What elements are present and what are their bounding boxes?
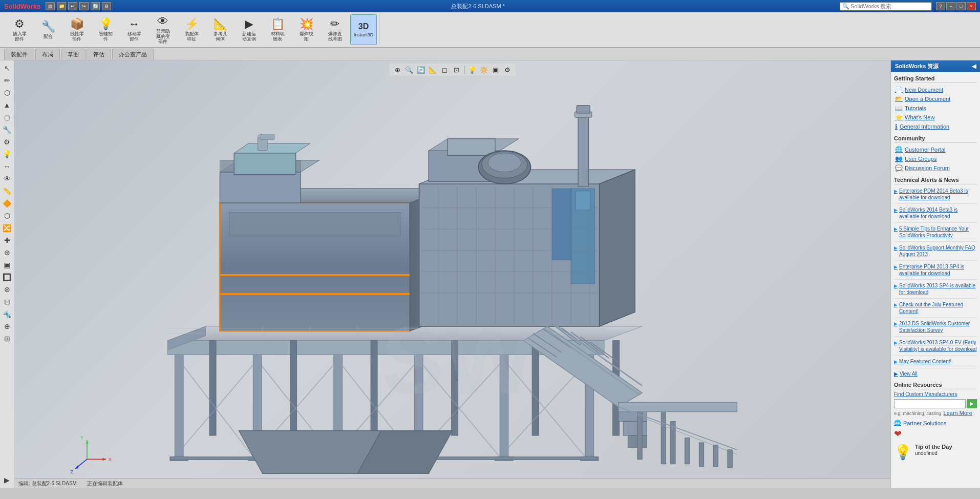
insert-parts-btn[interactable]: ⚙ 插入零部件: [6, 14, 33, 45]
manufacturers-search-btn[interactable]: ▶: [967, 399, 977, 408]
getting-started-title: Getting Started: [894, 75, 977, 83]
tool-cross[interactable]: ✚: [2, 235, 13, 246]
tab-assembly[interactable]: 装配件: [4, 49, 34, 60]
panel-collapse-btn[interactable]: ◀: [972, 63, 976, 70]
partner-solutions-link[interactable]: 🌐 Partner Solutions: [894, 420, 977, 426]
maximize-btn[interactable]: □: [956, 2, 966, 10]
new-motion-btn[interactable]: ▶ 新建运动算例: [236, 14, 262, 45]
tab-sketch[interactable]: 草图: [61, 49, 86, 60]
main-area: ↖ ✏ ⬡ ▲ ◻ 🔧 ⚙ 💡 ↔ 👁 📏 🔶 ⬡ 🔀 ✚ ⊕ ▣ 🔲 ⊛ ⊡ …: [0, 60, 980, 488]
user-groups-link[interactable]: 👥 User Groups: [894, 154, 977, 163]
manufacturers-search-input[interactable]: [894, 399, 966, 408]
svg-rect-40: [220, 274, 410, 276]
bom-btn[interactable]: 📋 材料明细表: [264, 14, 291, 45]
viewport[interactable]: ⊕ 🔍 🔄 📐 ◻ ⊡ 💡 🔆 ▣ ⚙: [14, 60, 890, 488]
news-divider-10: [894, 368, 977, 368]
news-item-6[interactable]: ▶ SolidWorks 2013 SP4 is available for d…: [894, 281, 977, 297]
news-item-8[interactable]: ▶ 2013 DS SolidWorks Customer Satisfacti…: [894, 319, 977, 335]
tool-grid[interactable]: ▣: [2, 259, 13, 271]
learn-more-link[interactable]: Learn More: [943, 409, 973, 417]
tool-shape[interactable]: ⬡: [2, 87, 13, 98]
news-arrow-8: ▶: [894, 321, 898, 327]
news-item-10[interactable]: ▶ May Featured Content!: [894, 357, 977, 366]
tool-triangle[interactable]: ▲: [2, 99, 13, 111]
news-item-3[interactable]: ▶ 5 Simple Tips to Enhance Your SolidWor…: [894, 224, 977, 240]
tool-diamond[interactable]: 🔶: [2, 198, 13, 209]
help-btn[interactable]: ?: [936, 2, 945, 10]
options-btn[interactable]: ⚙: [102, 2, 111, 10]
news-arrow-9: ▶: [894, 340, 898, 346]
partner-icon: 🌐: [894, 420, 901, 426]
menu-btn[interactable]: ▤: [46, 2, 55, 10]
minimize-btn[interactable]: –: [946, 2, 955, 10]
news-divider-8: [894, 336, 977, 337]
news-item-1[interactable]: ▶ Enterprise PDM 2014 Beta3 is available…: [894, 186, 977, 202]
document-title: 总装配2-6.SLDASM *: [116, 3, 840, 10]
svg-rect-68: [552, 189, 571, 260]
tool-rect[interactable]: ◻: [2, 112, 13, 123]
find-manufacturers-link[interactable]: Find Custom Manufacturers: [894, 391, 977, 397]
svg-marker-52: [600, 170, 635, 326]
discussion-forum-link[interactable]: 💬 Discussion Forum: [894, 163, 977, 173]
tool-select[interactable]: ↖: [2, 63, 13, 74]
tool-square-o[interactable]: ⊡: [2, 296, 13, 307]
close-btn[interactable]: ×: [967, 2, 976, 10]
search-bar[interactable]: 🔍: [840, 2, 932, 11]
tool-circle[interactable]: ⊛: [2, 284, 13, 295]
tool-wrench[interactable]: 🔧: [2, 124, 13, 135]
tab-evaluate[interactable]: 评估: [87, 49, 111, 60]
svg-rect-69: [576, 191, 590, 210]
tool-box[interactable]: 🔲: [2, 272, 13, 283]
search-input[interactable]: [850, 3, 922, 9]
tool-bulb[interactable]: 💡: [2, 149, 13, 160]
file-btn[interactable]: 📁: [57, 2, 66, 10]
exploded-view-btn[interactable]: 💥 爆炸视图: [293, 14, 319, 45]
tool-move[interactable]: ↔: [2, 161, 13, 172]
tool-shuffle[interactable]: 🔀: [2, 222, 13, 234]
svg-marker-115: [103, 458, 106, 461]
tool-ruler[interactable]: 📏: [2, 185, 13, 197]
svg-rect-41: [220, 293, 410, 295]
view-all-news-link[interactable]: ▶ View All: [894, 370, 977, 378]
show-hide-btn[interactable]: 👁 显示隐藏的变部件: [150, 14, 176, 45]
view-all-arrow: ▶: [894, 371, 898, 377]
general-info-link[interactable]: ℹ General Information: [894, 122, 977, 131]
tab-office[interactable]: 办公室产品: [112, 49, 154, 60]
news-item-5[interactable]: ▶ Enterprise PDM 2013 SP4 is available f…: [894, 262, 977, 278]
mate-btn[interactable]: 🔧 配合: [35, 14, 61, 45]
news-item-7[interactable]: ▶ Check out the July Featured Content!: [894, 300, 977, 316]
customer-portal-link[interactable]: 🌐 Customer Portal: [894, 145, 977, 154]
move-component-btn[interactable]: ↔ 移动零部件: [121, 14, 147, 45]
tool-plus[interactable]: ⊕: [2, 247, 13, 258]
undo-btn[interactable]: ↩: [68, 2, 77, 10]
tutorials-link[interactable]: 📖 Tutorials: [894, 103, 977, 113]
explode-lines-btn[interactable]: ✏ 爆炸直线草图: [322, 14, 348, 45]
tool-hex[interactable]: ⬡: [2, 210, 13, 221]
tool-bolt[interactable]: 🔩: [2, 308, 13, 320]
assembly-features-icon: ⚡: [185, 17, 199, 31]
tool-magnet[interactable]: ⊕: [2, 321, 13, 332]
tool-gear[interactable]: ⚙: [2, 136, 13, 148]
news-item-4[interactable]: ▶ SolidWorks Support Monthly FAQ August …: [894, 243, 977, 259]
news-item-9[interactable]: ▶ SolidWorks 2013 SP4.0 EV (Early Visibi…: [894, 338, 977, 354]
tab-layout[interactable]: 布局: [35, 49, 60, 60]
smart-fastener-btn[interactable]: 💡 智能扣件: [92, 14, 119, 45]
open-document-link[interactable]: 📂 Open a Document: [894, 94, 977, 103]
news-divider-3: [894, 241, 977, 242]
tool-expand-arrow[interactable]: ▶: [2, 474, 13, 486]
whats-new-link[interactable]: ⭐ What's New: [894, 113, 977, 122]
machine-model: X Y Z SW: [14, 60, 890, 488]
reference-geo-btn[interactable]: 📐 参考几何体: [207, 14, 233, 45]
instant3d-btn[interactable]: 3D Instant3D: [350, 14, 377, 45]
assembly-features-btn[interactable]: ⚡ 装配体特征: [178, 14, 205, 45]
news-item-2[interactable]: ▶ SolidWorks 2014 Beta3 is available for…: [894, 205, 977, 221]
new-document-link[interactable]: 📄 New Document: [894, 85, 977, 94]
tool-eye[interactable]: 👁: [2, 173, 13, 184]
customer-portal-icon: 🌐: [895, 146, 903, 153]
tool-sketch[interactable]: ✏: [2, 75, 13, 86]
redo-btn[interactable]: ↪: [79, 2, 89, 10]
linear-component-btn[interactable]: 📦 线性零部件: [63, 14, 90, 45]
tool-expand[interactable]: ⊞: [2, 333, 13, 344]
svg-rect-96: [619, 402, 737, 412]
rebuild-btn[interactable]: 🔄: [91, 2, 100, 10]
